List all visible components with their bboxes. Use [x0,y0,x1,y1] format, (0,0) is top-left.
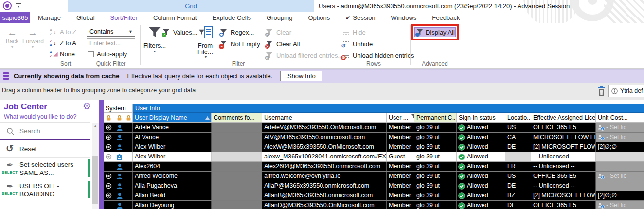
job-reset-button[interactable]: ↺ Reset [0,141,90,158]
cell-signin-status[interactable]: Allowed [457,152,505,161]
column-header-locatio[interactable]: Locatio... [505,113,531,123]
grid-row[interactable]: Alex WilberAlexW@M365x393550.OnMicrosoft… [104,142,644,152]
group-header-user-info[interactable]: User Info [133,104,644,113]
cell-username[interactable]: AllanB@M365x393550.onmicrosoft.com [262,191,387,200]
cell-display-name[interactable]: Alex Wilber [133,152,212,161]
cell-permanent[interactable]: glo 39 ut [414,123,457,132]
cell-signin-status[interactable]: Allowed [457,133,505,142]
scrollbar-thumb[interactable] [92,156,98,204]
hide-rows-button[interactable]: Hide [342,28,366,36]
job-item[interactable]: ✒SELECTSet selected users SAME AS... [0,158,90,179]
quick-access-dropdown-icon[interactable]: ▾ [16,3,21,8]
quick-filter-operator-select[interactable]: Contains▼ [87,27,135,37]
cell-username[interactable]: alexw_M365x10928041.onmicrosoft.com#EXT#… [262,152,387,161]
cell-signin-status[interactable]: Allowed [457,123,505,132]
cell-user-type[interactable]: Member [387,133,414,142]
cell-username[interactable]: AllanD@M365x393550.OnMicrosoft.com [262,201,387,209]
cell-location[interactable]: FR [505,162,531,171]
cell-unit-cost[interactable]: - Set lic [596,123,644,132]
cell-unit-cost[interactable]: - Set lic [596,172,644,181]
cell-comments[interactable] [212,142,262,152]
cell-licenses[interactable]: -- Unlicensed -- [531,152,596,161]
grid-row[interactable]: Adele VanceAdeleV@M365x393550.OnMicrosof… [104,123,644,133]
cell-licenses[interactable]: OFFICE 365 E5 [531,123,596,132]
cell-comments[interactable] [212,172,262,181]
grid-row[interactable]: Alla PugachevaAllaP@M365x393550.onmicros… [104,181,644,191]
lock-icon[interactable] [125,113,133,123]
row-select-radio[interactable] [104,142,114,152]
row-select-radio[interactable] [104,172,114,181]
grid-row[interactable]: Al VanceAIV@M365x393550.onmicrosoft.comM… [104,133,644,142]
column-header-user[interactable]: User ... [387,113,414,123]
cell-display-name[interactable]: Alfred Welcome [133,172,212,181]
clear-filter-button[interactable]: ✕ Clear [266,28,291,36]
regex-button[interactable]: ✱ Regex... [220,28,254,36]
document-tab[interactable]: Grid [68,0,314,12]
app-logo-icon[interactable] [3,1,12,10]
unload-hidden-entries-button[interactable]: ⊘ Unload hidden entries [342,51,414,60]
cell-licenses[interactable]: OFFICE 365 E5 [531,201,596,209]
cell-username[interactable]: AlexW@M365x393550.OnMicrosoft.com [262,142,387,152]
cell-location[interactable]: DE [505,142,531,152]
grid-row[interactable]: Alfred Welcomealfred.welcome@ovh.ytria.i… [104,172,644,181]
cell-unit-cost[interactable] [596,152,644,161]
back-button[interactable]: ← Back ▾ [2,27,22,50]
cell-signin-status[interactable]: Allowed [457,162,505,171]
filter-from-file-button[interactable]: From File... ▾ [194,26,218,59]
lock-icon[interactable] [104,113,114,123]
values-button[interactable]: ✓ Values... [162,28,197,36]
job-search-field[interactable]: Search [0,123,90,140]
grid-row[interactable]: Alex Wilberalexw_M365x10928041.onmicroso… [104,152,644,162]
cell-user-type[interactable]: Member [387,181,414,191]
row-select-radio[interactable] [104,162,114,171]
row-select-radio[interactable] [104,123,114,132]
row-select-radio[interactable] [104,133,114,142]
tab-sort-filter[interactable]: Sort/Filter [103,12,145,23]
cell-unit-cost[interactable] [596,181,644,191]
cell-unit-cost[interactable] [596,162,644,171]
cell-location[interactable]: CA [505,133,531,142]
tab-feedback[interactable]: Feedback [424,12,467,23]
cell-display-name[interactable]: Alla Pugacheva [133,181,212,191]
cell-permanent[interactable]: glo 39 ut [414,162,457,171]
tab-global[interactable]: Global [69,12,103,23]
column-header-sign-in-status[interactable]: Sign-in status [457,113,505,123]
cell-location[interactable]: US [505,123,531,132]
back-dropdown-icon[interactable]: ▾ [2,45,22,50]
cell-user-type[interactable]: Member [387,201,414,209]
row-select-radio[interactable] [104,201,114,209]
forward-button[interactable]: → Forward ▾ [22,27,43,50]
grouping-zone[interactable]: Drag a column header to this grouping zo… [0,83,644,100]
cell-unit-cost[interactable]: [2]∅;∅ [596,191,644,200]
cell-licenses[interactable]: [2] MICROSOFT FLOW FREE; [531,191,596,200]
cell-display-name[interactable]: Alex2604 [133,162,212,171]
grid-layout-selector[interactable]: Ytria def [608,85,644,97]
tab-manage[interactable]: Manage [30,12,69,23]
cell-comments[interactable] [212,152,262,161]
cell-display-name[interactable]: Allan Beold [133,191,212,200]
column-header-unit-cost[interactable]: Unit Cost... [596,113,644,123]
sort-z-to-a-button[interactable]: ZA↓ Z to A [50,38,76,47]
auto-apply-checkbox[interactable]: Auto-apply [88,51,127,58]
cell-user-type[interactable]: Member [387,162,414,171]
tab-grouping[interactable]: Grouping [259,12,300,23]
cell-licenses[interactable]: -- Unlicensed -- [531,162,596,171]
unhide-rows-button[interactable]: ↺ Unhide [342,39,373,48]
cell-location[interactable] [505,152,531,161]
not-empty-button[interactable]: − Not Empty [220,39,260,48]
sort-none-button[interactable]: AZ◢ None [50,50,75,58]
quick-filter-text-input[interactable] [87,38,135,48]
cell-comments[interactable] [212,191,262,200]
unload-filtered-entries-button[interactable]: ⊘ Unload filtered entries... [266,51,343,60]
cell-location[interactable]: DE [505,181,531,191]
cell-unit-cost[interactable]: [2]∅;∅ [596,142,644,152]
gear-icon[interactable]: ⚙ [83,102,91,111]
group-header-system[interactable]: System [104,104,133,113]
tab-explode-cells[interactable]: Explode Cells [204,12,259,23]
column-header-comments-fo[interactable]: Comments fo... [212,113,262,123]
cell-comments[interactable] [212,123,262,132]
sidebar-scrollbar[interactable]: ▲ [92,123,99,209]
cell-location[interactable]: BZ [505,191,531,200]
cell-username[interactable]: alfred.welcome@ovh.ytria.io [262,172,387,181]
scroll-up-icon[interactable]: ▲ [92,123,99,130]
